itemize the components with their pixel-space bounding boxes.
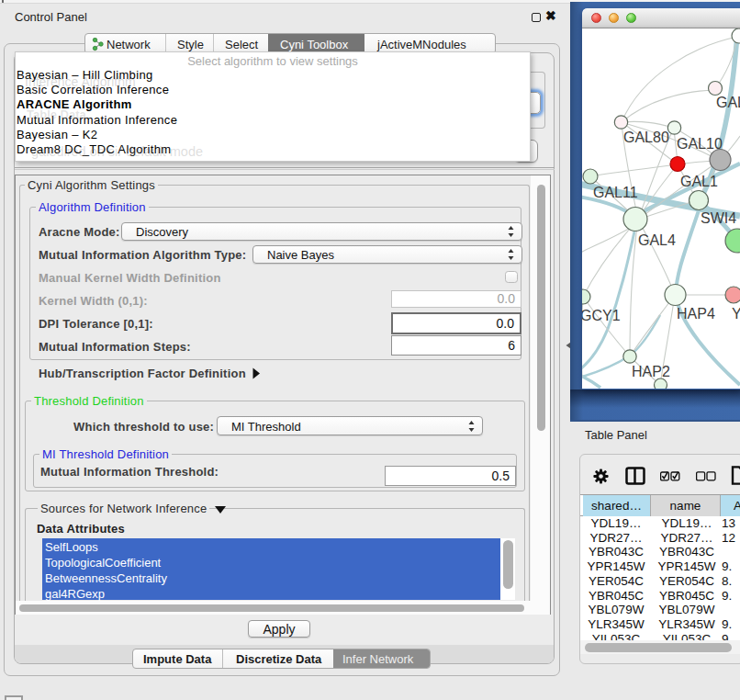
svg-text:HAP4: HAP4 [677,306,715,322]
svg-text:GAL10: GAL10 [677,136,723,152]
svg-text:GAL7: GAL7 [716,95,740,110]
svg-text:HAP2: HAP2 [632,364,670,379]
svg-text:GAL80: GAL80 [623,130,669,145]
svg-text:GCY1: GCY1 [582,308,621,323]
svg-text:GAL4: GAL4 [638,232,676,248]
svg-text:GAL1: GAL1 [680,174,718,189]
svg-text:Y: Y [732,306,740,322]
svg-text:GAL11: GAL11 [593,185,638,200]
svg-text:SWI4: SWI4 [701,210,736,226]
